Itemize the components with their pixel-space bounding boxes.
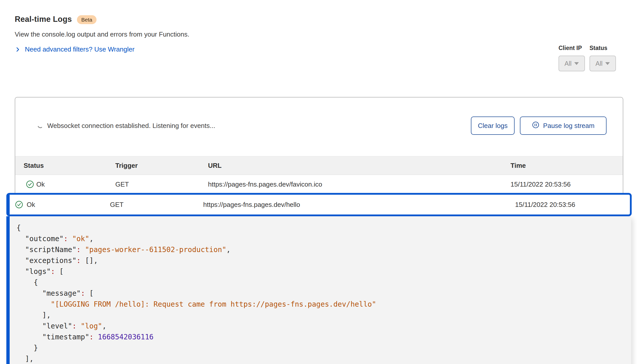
log-detail-panel: { "outcome": "ok", "scriptName": "pages-… bbox=[6, 216, 631, 364]
client-ip-filter-group: Client IP All bbox=[559, 45, 585, 71]
status-filter-value: All bbox=[596, 60, 603, 67]
column-header-trigger: Trigger bbox=[115, 162, 138, 170]
row-url: https://pages-fns.pages.dev/favicon.ico bbox=[208, 180, 322, 188]
row-time: 15/11/2022 20:53:56 bbox=[515, 201, 575, 209]
page-header: Real-time Logs Beta View the console.log… bbox=[15, 15, 189, 53]
log-table-row-hello-expanded[interactable]: Ok GET https://pages-fns.pages.dev/hello… bbox=[6, 193, 632, 216]
pause-log-stream-button[interactable]: Pause log stream bbox=[520, 117, 607, 135]
log-table-row-favicon[interactable]: Ok GET https://pages-fns.pages.dev/favic… bbox=[15, 175, 623, 194]
pause-icon bbox=[532, 121, 539, 130]
log-json: { "outcome": "ok", "scriptName": "pages-… bbox=[10, 216, 631, 364]
websocket-status-message: Websocket connection established. Listen… bbox=[47, 122, 215, 130]
wrangler-link-label: Need advanced filters? Use Wrangler bbox=[25, 45, 135, 53]
beta-badge: Beta bbox=[77, 15, 97, 24]
websocket-status: Websocket connection established. Listen… bbox=[37, 122, 471, 130]
status-ok-icon bbox=[15, 200, 23, 209]
row-trigger: GET bbox=[115, 180, 129, 188]
column-header-url: URL bbox=[208, 162, 221, 170]
column-header-time: Time bbox=[511, 162, 526, 170]
realtime-logs-page: Real-time Logs Beta View the console.log… bbox=[0, 0, 637, 364]
row-status: Ok bbox=[27, 201, 35, 209]
clear-logs-button[interactable]: Clear logs bbox=[471, 117, 515, 135]
status-filter-label: Status bbox=[590, 45, 616, 52]
wrangler-advanced-filters-link[interactable]: Need advanced filters? Use Wrangler bbox=[15, 45, 189, 53]
row-status: Ok bbox=[36, 180, 45, 188]
clear-logs-label: Clear logs bbox=[478, 122, 507, 130]
row-trigger: GET bbox=[110, 201, 123, 209]
row-time: 15/11/2022 20:53:56 bbox=[511, 180, 571, 188]
caret-down-icon bbox=[574, 62, 579, 65]
page-title: Real-time Logs bbox=[15, 15, 72, 24]
log-filters: Client IP All Status All bbox=[559, 45, 616, 71]
client-ip-filter-label: Client IP bbox=[559, 45, 585, 52]
row-url: https://pages-fns.pages.dev/hello bbox=[203, 201, 300, 209]
client-ip-filter-dropdown[interactable]: All bbox=[559, 56, 585, 71]
column-header-status: Status bbox=[24, 162, 44, 170]
logs-toolbar: Websocket connection established. Listen… bbox=[37, 116, 607, 135]
status-filter-group: Status All bbox=[590, 45, 616, 71]
page-subtitle: View the console.log output and errors f… bbox=[15, 30, 189, 38]
status-filter-dropdown[interactable]: All bbox=[590, 56, 616, 71]
caret-down-icon bbox=[605, 62, 610, 65]
client-ip-filter-value: All bbox=[565, 60, 572, 67]
status-ok-icon bbox=[26, 180, 34, 189]
pause-log-stream-label: Pause log stream bbox=[543, 122, 594, 130]
chevron-right-icon bbox=[15, 46, 21, 53]
spinner-icon bbox=[37, 122, 44, 129]
log-table-header: Status Trigger URL Time bbox=[15, 156, 623, 175]
